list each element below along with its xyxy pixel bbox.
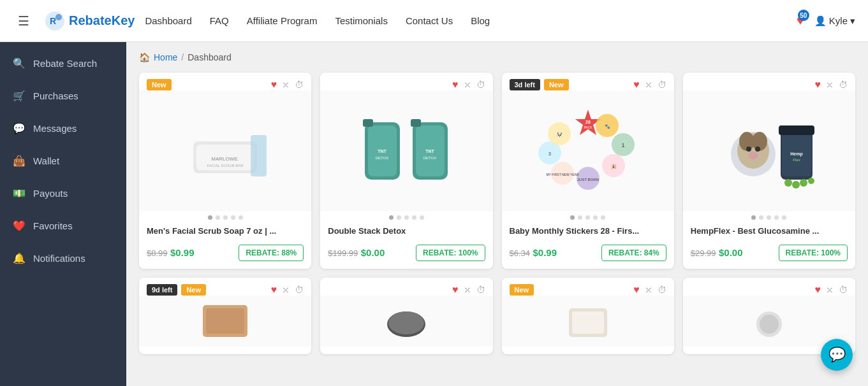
card-badges-5: 9d left New bbox=[147, 284, 206, 296]
timer-button-4[interactable]: ⏱ bbox=[839, 80, 848, 90]
favorite-button-7[interactable]: ♥ bbox=[633, 284, 640, 296]
rebate-button-1[interactable]: REBATE: 88% bbox=[239, 245, 304, 261]
card-image-3: 28 PACK 🐾 1 🎉 JUST BORN MY FIRST NEW YEA… bbox=[502, 90, 674, 211]
card-title-2: Double Stack Detox bbox=[320, 224, 492, 241]
rebate-button-4[interactable]: REBATE: 100% bbox=[779, 245, 848, 261]
share-button-6[interactable]: ⤫ bbox=[464, 285, 471, 295]
svg-point-40 bbox=[755, 147, 760, 152]
message-icon: 💬 bbox=[13, 122, 26, 134]
product-image-4: Hemp Flex bbox=[718, 103, 820, 199]
svg-rect-58 bbox=[760, 315, 779, 334]
logo[interactable]: R RebateKey bbox=[45, 11, 135, 31]
card-top-bar-1: New ♥ ⤫ ⏱ bbox=[139, 73, 311, 90]
nav-affiliate[interactable]: Affiliate Program bbox=[247, 15, 318, 26]
timer-button-2[interactable]: ⏱ bbox=[476, 80, 485, 90]
timer-button-5[interactable]: ⏱ bbox=[295, 285, 304, 295]
svg-text:Hemp: Hemp bbox=[790, 152, 802, 157]
svg-text:FACIAL SCRUB BAR: FACIAL SCRUB BAR bbox=[207, 164, 244, 168]
badge-time-5: 9d left bbox=[147, 284, 177, 296]
share-button-3[interactable]: ⤫ bbox=[645, 80, 652, 90]
favorite-button-2[interactable]: ♥ bbox=[452, 79, 459, 90]
card-image-8 bbox=[683, 296, 855, 347]
chat-fab-button[interactable]: 💬 bbox=[821, 339, 853, 371]
badge-time-3: 3d left bbox=[510, 79, 540, 90]
card-actions-5: ♥ ⤫ ⏱ bbox=[271, 284, 304, 296]
sidebar-item-favorites[interactable]: ❤️ Favorites bbox=[0, 210, 126, 242]
card-top-bar-3: 3d left New ♥ ⤫ ⏱ bbox=[502, 73, 674, 90]
wishlist-button[interactable]: ♥ 50 bbox=[797, 13, 804, 28]
nav-blog[interactable]: Blog bbox=[471, 15, 490, 26]
nav-right: ♥ 50 👤 Kyle ▾ bbox=[797, 13, 855, 28]
share-button-7[interactable]: ⤫ bbox=[645, 285, 652, 295]
nav-links: Dashboard FAQ Affiliate Program Testimon… bbox=[145, 15, 797, 26]
original-price-1: $8.99 bbox=[147, 248, 168, 258]
card-image-2: TNT DETOX TNT DETOX bbox=[320, 90, 492, 211]
card-actions-6: ♥ ⤫ ⏱ bbox=[452, 284, 485, 296]
sale-price-4: $0.00 bbox=[719, 247, 743, 258]
product-image-7 bbox=[563, 299, 614, 343]
card-badges-7: New bbox=[510, 284, 534, 296]
hamburger-button[interactable]: ☰ bbox=[13, 8, 34, 34]
timer-button-6[interactable]: ⏱ bbox=[476, 285, 485, 295]
svg-text:DETOX: DETOX bbox=[376, 156, 389, 160]
card-top-bar-5: 9d left New ♥ ⤫ ⏱ bbox=[139, 278, 311, 296]
share-button-5[interactable]: ⤫ bbox=[282, 285, 290, 295]
svg-text:PACK: PACK bbox=[584, 125, 592, 129]
logo-icon: R bbox=[45, 11, 65, 31]
share-button-1[interactable]: ⤫ bbox=[282, 80, 290, 90]
nav-testimonials[interactable]: Testimonials bbox=[335, 15, 388, 26]
card-badges-3: 3d left New bbox=[510, 79, 569, 90]
product-image-2: TNT DETOX TNT DETOX bbox=[355, 103, 457, 199]
favorites-icon: ❤️ bbox=[13, 220, 26, 232]
favorite-button-5[interactable]: ♥ bbox=[271, 284, 277, 296]
favorite-button-1[interactable]: ♥ bbox=[271, 79, 277, 90]
product-image-3: 28 PACK 🐾 1 🎉 JUST BORN MY FIRST NEW YEA… bbox=[537, 103, 639, 199]
timer-button-8[interactable]: ⏱ bbox=[839, 285, 848, 295]
svg-text:MARLOWE.: MARLOWE. bbox=[211, 156, 239, 162]
product-card-2: ♥ ⤫ ⏱ TNT DETOX TNT bbox=[320, 73, 492, 269]
nav-contact[interactable]: Contact Us bbox=[406, 15, 453, 26]
timer-button-1[interactable]: ⏱ bbox=[295, 80, 304, 90]
share-button-8[interactable]: ⤫ bbox=[826, 285, 834, 295]
sidebar: 🔍 Rebate Search 🛒 Purchases 💬 Messages 👜… bbox=[0, 42, 126, 386]
card-top-bar-6: ♥ ⤫ ⏱ bbox=[320, 278, 492, 296]
sidebar-item-rebate-search[interactable]: 🔍 Rebate Search bbox=[0, 47, 126, 80]
timer-button-3[interactable]: ⏱ bbox=[658, 80, 666, 90]
card-pricing-3: $6.34 $0.99 REBATE: 84% bbox=[502, 241, 674, 269]
svg-text:🎉: 🎉 bbox=[610, 164, 616, 169]
sidebar-item-notifications[interactable]: 🔔 Notifications bbox=[0, 242, 126, 275]
favorite-button-3[interactable]: ♥ bbox=[633, 79, 640, 90]
favorite-button-6[interactable]: ♥ bbox=[452, 284, 459, 296]
original-price-4: $29.99 bbox=[691, 248, 716, 258]
sidebar-item-payouts[interactable]: 💵 Payouts bbox=[0, 177, 126, 210]
sidebar-item-wallet[interactable]: 👜 Wallet bbox=[0, 145, 126, 177]
favorite-button-4[interactable]: ♥ bbox=[815, 79, 821, 90]
product-card-3: 3d left New ♥ ⤫ ⏱ 28 PACK bbox=[502, 73, 674, 269]
share-button-4[interactable]: ⤫ bbox=[826, 80, 834, 90]
card-image-4: Hemp Flex bbox=[683, 90, 855, 211]
product-image-8 bbox=[744, 299, 795, 343]
card-top-bar-7: New ♥ ⤫ ⏱ bbox=[502, 278, 674, 296]
breadcrumb-home[interactable]: Home bbox=[154, 52, 177, 62]
product-card-7: New ♥ ⤫ ⏱ bbox=[502, 278, 674, 354]
share-button-2[interactable]: ⤫ bbox=[464, 80, 471, 90]
card-pricing-2: $199.99 $0.00 REBATE: 100% bbox=[320, 241, 492, 269]
notifications-icon: 🔔 bbox=[13, 252, 26, 264]
nav-faq[interactable]: FAQ bbox=[210, 15, 229, 26]
sidebar-item-purchases[interactable]: 🛒 Purchases bbox=[0, 80, 126, 112]
timer-button-7[interactable]: ⏱ bbox=[658, 285, 666, 295]
user-menu-button[interactable]: 👤 Kyle ▾ bbox=[814, 15, 855, 27]
product-grid: New ♥ ⤫ ⏱ MARLOWE. FACIAL SCRUB BAR bbox=[139, 73, 855, 354]
rebate-button-2[interactable]: REBATE: 100% bbox=[416, 245, 485, 261]
original-price-2: $199.99 bbox=[328, 248, 358, 258]
card-badges-1: New bbox=[147, 79, 172, 90]
card-pricing-1: $8.99 $0.99 REBATE: 88% bbox=[139, 241, 311, 269]
product-card-4: ♥ ⤫ ⏱ bbox=[683, 73, 855, 269]
favorite-button-8[interactable]: ♥ bbox=[815, 284, 821, 296]
sale-price-1: $0.99 bbox=[170, 247, 195, 258]
nav-dashboard[interactable]: Dashboard bbox=[145, 15, 191, 26]
svg-point-48 bbox=[792, 181, 800, 189]
card-prices-3: $6.34 $0.99 bbox=[510, 247, 557, 259]
sidebar-item-messages[interactable]: 💬 Messages bbox=[0, 112, 126, 145]
rebate-button-3[interactable]: REBATE: 84% bbox=[601, 245, 666, 261]
